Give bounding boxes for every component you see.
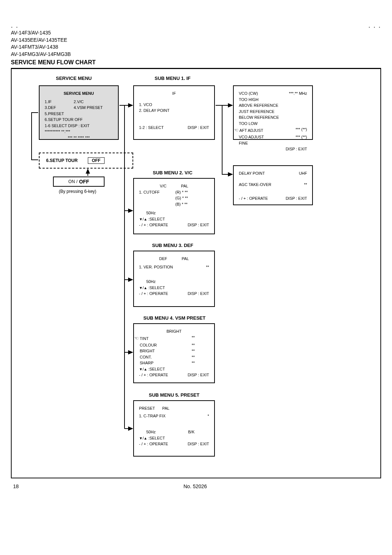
sub4-val: **	[192, 354, 209, 360]
sub4-h1: BRIGHT	[139, 328, 209, 335]
aft-adjust: AFT ADJUST	[239, 128, 263, 133]
model-line: AV-1435EE/AV-1435TEE	[11, 37, 381, 44]
vcoadj-val: *** (**)	[295, 134, 307, 140]
down-up-icon: ▼/▲	[139, 286, 147, 290]
sub3-op: - / + : OPERATE	[139, 291, 168, 297]
sub3-item: 1. VER. POSITION	[139, 264, 173, 270]
vco-line: ABOVE REFERENCE	[239, 102, 307, 109]
sub4-tint: TINT	[140, 336, 165, 342]
sub5-sel: :SELECT	[148, 436, 165, 440]
sub5-bk: B/K	[188, 429, 195, 435]
rgb-b: (B) * **	[175, 201, 209, 207]
off-bold: OFF	[79, 179, 89, 185]
sub4-bright: BRIGHT	[140, 348, 165, 354]
label-sub1: SUB MENU 1. IF	[155, 76, 191, 81]
down-up-icon: ▼/▲	[139, 367, 147, 371]
sub5-item: 1. C-TRAP FIX	[139, 413, 166, 419]
doc-number: No. 52026	[183, 483, 207, 489]
label-sub2: SUB MENU 2. V/C	[153, 170, 192, 175]
sub4-colour: COLOUR	[140, 342, 165, 348]
sub3-exit: DISP : EXIT	[188, 291, 209, 297]
svc-item: 1.IF	[45, 99, 74, 105]
sub1-item: 2. DELAY POINT	[139, 108, 209, 114]
sub2-vc-box: V/CPAL 1. CUTOFF(R) * ** (G) * ** (B) * …	[133, 178, 215, 234]
header-dots: . . . . .	[11, 22, 381, 29]
model-line: AV-14FMT3/AV-1438	[11, 44, 381, 51]
sub1-if-box: IF 1. VCO 2. DELAY POINT 1-2 : SELECT DI…	[133, 85, 215, 140]
hand-icon: ☞	[134, 335, 139, 342]
delay-point: DELAY POINT	[239, 170, 265, 177]
svc-item: 2.V/C	[74, 99, 113, 105]
sub4-sel: :SELECT	[148, 367, 165, 371]
sub4-op: - / + : OPERATE	[139, 372, 168, 378]
sub1-exit: DISP : EXIT	[188, 125, 209, 131]
agc-val: **	[304, 182, 307, 188]
svc-stars: ********** **.***	[45, 129, 113, 135]
svc-item: 6.SETUP TOUR OFF	[45, 117, 83, 123]
dots-right: . . .	[368, 22, 381, 29]
rgb-g: (G) * **	[175, 195, 209, 201]
label-sub5: SUB MENU 5. PRESET	[149, 392, 199, 398]
delay-box: DELAY POINTUHF AGC TAKE-OVER** - / + : O…	[233, 165, 313, 205]
down-up-icon: ▼/▲	[139, 217, 147, 221]
sub2-h2: PAL	[181, 183, 188, 189]
delay-op: - / + : OPERATE	[239, 195, 268, 202]
sub5-hz: 50Hz	[146, 429, 156, 435]
sub1-hdr: IF	[139, 90, 209, 97]
sub4-val: **	[192, 342, 209, 348]
sub2-h1: V/C	[160, 183, 166, 189]
vco-line: BELOW REFERENCE	[239, 114, 307, 121]
setup-tour-off-box: OFF	[88, 157, 105, 164]
sub3-val: **	[206, 264, 209, 270]
sub1-item: 1. VCO	[139, 102, 209, 108]
on-off-box: ON / OFF	[53, 177, 105, 187]
sub5-exit: DISP : EXIT	[188, 441, 209, 447]
svc-item: 3.DEF	[45, 105, 74, 111]
label-service-menu: SERVICE MENU	[56, 76, 92, 81]
rgb-r: (R) * **	[175, 189, 188, 195]
model-line: AV-14F3/AV-1435	[11, 29, 381, 37]
sub2-hz: 50Hz	[146, 210, 209, 216]
sub1-ctrl: 1-2 : SELECT	[139, 125, 164, 131]
vco-box: VCO (CW)***.** MHz TOO HIGH ABOVE REFERE…	[233, 85, 313, 140]
vco-adjust: VCO ADJUST	[239, 134, 264, 140]
sub5-op: - / + : OPERATE	[139, 441, 168, 447]
sub3-h2: PAL	[182, 256, 189, 262]
model-list: AV-14F3/AV-1435 AV-1435EE/AV-1435TEE AV-…	[11, 29, 381, 58]
sub4-val: **	[192, 335, 209, 342]
svc-controls: 1-6 SELECT DISP : EXIT	[45, 123, 113, 129]
sub4-vsm-box: BRIGHT ☞ TINT** COLOUR** BRIGHT** CONT.*…	[133, 323, 215, 383]
sub3-h1: DEF	[159, 256, 167, 262]
svc-stars: *** ** **** ***	[45, 135, 113, 141]
label-sub4: SUB MENU 4. VSM PRESET	[143, 315, 205, 321]
sub5-val: *	[208, 413, 209, 419]
page-number: 18	[13, 483, 19, 489]
sub2-exit: DISP : EXIT	[188, 222, 209, 228]
by-pressing-note: (By pressing 6-key)	[59, 189, 96, 194]
setup-tour-label: 6.SETUP TOUR	[46, 158, 78, 163]
sub3-hz: 50Hz	[146, 279, 209, 285]
vco-exit: DISP : EXIT	[239, 146, 307, 152]
setup-tour-box: 6.SETUP TOUR OFF	[39, 153, 133, 169]
sub4-sharp: SHARP	[140, 360, 165, 366]
sub5-h2: PAL	[162, 405, 170, 412]
on-label: ON	[68, 179, 75, 184]
page-title: SERVICE MENU FLOW CHART	[11, 59, 381, 66]
svc-item: 5.PRESET	[45, 111, 74, 117]
vco-line: JUST REFERENCE	[239, 109, 307, 115]
vco-line: TOO HIGH	[239, 97, 307, 103]
flow-chart-frame: SERVICE MENU SUB MENU 1. IF SUB MENU 2. …	[11, 68, 381, 478]
sub2-cutoff: 1. CUTOFF	[139, 189, 175, 195]
svc-item: 4.VSM PRESET	[74, 105, 113, 111]
service-menu-box: SERVICE MENU 1.IF2.V/C 3.DEF4.VSM PRESET…	[39, 85, 119, 140]
down-up-icon: ▼/▲	[139, 436, 147, 440]
vco-fine: FINE	[239, 140, 307, 146]
sub4-val: **	[192, 360, 209, 366]
sub2-sel: :SELECT	[148, 217, 165, 221]
vco-line: TOO LOW	[239, 121, 307, 127]
dots-left: . .	[11, 22, 19, 29]
delay-exit: DISP : EXIT	[286, 195, 307, 202]
sub4-exit: DISP : EXIT	[188, 372, 209, 378]
model-line: AV-14FMG3/AV-14FMG3B	[11, 51, 381, 58]
sub4-cont: CONT.	[140, 354, 165, 360]
